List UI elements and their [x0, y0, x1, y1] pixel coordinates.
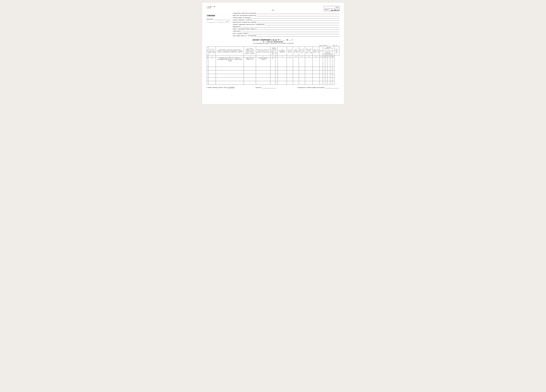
ministry-row: Министерство (ведомство)-заказчик	[233, 21, 339, 23]
nachalnik-line: Начальник	[207, 18, 230, 20]
th-ocid: Оцид- вное потреб- а.т.с. р.г. компл. ск…	[305, 47, 313, 56]
cn18: 18	[330, 56, 332, 57]
row-desc: Погружной насос Q=45 л/с; H=100 м с элек…	[216, 57, 244, 67]
spec-title-label: ЗАКАЗНАЯ СПЕЦИФИКАЦИЯ №	[252, 39, 272, 41]
zakazchik-item: Заказчик	[255, 87, 276, 88]
cn16: 16	[325, 56, 327, 57]
th-name: Наименование и техническая характеристик…	[216, 47, 244, 56]
approval-section: УТВЕРЖДАЮ Начальник « » 197 г.	[207, 15, 230, 24]
cn17: 17	[327, 56, 330, 57]
enterprise-row: Предприятие	[233, 26, 339, 27]
row-unit-name: шт.	[270, 57, 275, 67]
proj-org-label: Проектная организация-разработчик	[233, 15, 256, 16]
table-row-empty-5	[207, 81, 339, 84]
spec-num: НГ-СТ	[273, 39, 277, 41]
th-need2: Пот- реб- ность тыс. нос- ком- лекс.	[299, 47, 305, 56]
spec-section: ЗАКАЗНАЯ СПЕЦИФИКАЦИЯ № НГ-СТ от « 19 г.…	[207, 39, 339, 46]
footer-section: Главный инженер проекта Грис Д.В.Беляев …	[207, 87, 339, 88]
cn7: 7	[275, 56, 278, 57]
branch-label: Отрасль народного хозяйства	[233, 19, 252, 21]
th-units: Единица измерений	[270, 47, 278, 51]
spec-subtitle: за насосное оборудование	[207, 41, 339, 43]
table-row-empty-1	[207, 67, 339, 70]
part-label: Часть (раздел) проекта	[233, 33, 248, 34]
deadline-label: Срок ввода объекта в эксплуатацию	[233, 35, 256, 37]
main-table: № № поз. по тех. полог. схеме, место уст…	[207, 47, 339, 85]
row-cost	[332, 57, 334, 67]
cn4: 4	[244, 56, 256, 57]
cn3: 3	[216, 56, 244, 57]
row-vsego	[319, 57, 323, 67]
row-num: I	[207, 57, 208, 67]
zakazchik-label: Заказчик	[255, 87, 261, 88]
row-q1	[325, 57, 327, 67]
th-prinyata: Принятая потребность за 19 г.	[323, 47, 334, 51]
forma-label: Форма №	[325, 9, 329, 10]
th-q3: III	[327, 54, 330, 55]
table-row: I А-1 Погружной насос Q=45 л/с; H=100 м …	[207, 57, 339, 67]
list-label: Лист №	[333, 45, 337, 46]
gumts-label: ГУМТС(УМТС)	[233, 31, 241, 32]
date-line: « » 197 г.	[207, 21, 230, 23]
th-unit-name: наиме- нова- ние	[270, 51, 275, 56]
th-price: Цена единицы тыс. руб.	[293, 47, 299, 56]
page-header: - 6 - сф 394-17	[207, 9, 339, 11]
list-val: 1	[339, 45, 339, 46]
th-factory: Завод-изгото- витель (для им- портного о…	[256, 47, 270, 56]
th-type: Тип и марка оборудова- ния; № черте- жа …	[244, 47, 256, 56]
date-prefix: «	[207, 21, 208, 23]
table-row-empty-2	[207, 70, 339, 74]
rukovoditel-item: Руководитель комплектующей организации	[297, 87, 339, 88]
chief-engineer-label: Главный инженер проекта	[207, 87, 223, 88]
nachalnik-label: Начальник	[207, 19, 213, 20]
table-row-empty-4	[207, 77, 339, 81]
table-col-nums-row: 1 2 3 4 5 6 7 8 9 10 11 12 13 14 15 16 1…	[207, 56, 339, 57]
kompl-org-label: Комплектующая организация	[233, 17, 251, 19]
year: 197	[226, 21, 228, 23]
th-q2: II	[325, 54, 327, 55]
page-number: - 6 -	[251, 9, 295, 11]
row-price	[293, 57, 299, 67]
row-q3	[330, 57, 332, 67]
proj-org-row: Проектная организация-разработчик	[233, 15, 339, 16]
document-page: Т.п.901-1-30 А.ЛЛ/3 - 6 - сф 394-17 Копь…	[202, 2, 344, 104]
main-content: УТВЕРЖДАЮ Начальник « » 197 г. Генеральн…	[207, 12, 339, 37]
cn9: 9	[287, 56, 293, 57]
table-row-empty-3	[207, 74, 339, 77]
total-sheets: Всего листов 1 Лист № 1	[207, 45, 339, 46]
table-header-row-1: № № поз. по тех. полог. схеме, место уст…	[207, 47, 339, 51]
top-meta: Т.п.901-1-30 А.ЛЛ/3	[207, 6, 339, 9]
spec-from-prefix: от «	[278, 39, 281, 41]
year-suffix: г.	[229, 21, 230, 23]
corner-box: Копь Форма №	[324, 6, 339, 11]
branch-row: Отрасль народного хозяйства	[233, 19, 339, 21]
date-middle: »	[216, 21, 217, 23]
chief-engineer-item: Главный инженер проекта Грис Д.В.Беляев	[207, 87, 234, 88]
th-q1: I	[323, 54, 325, 55]
main-dept-label: Главное управление министерства (объедин…	[233, 24, 265, 25]
gumts-row: ГУМТС(УМТС)	[233, 30, 339, 32]
cn6: 6	[270, 56, 275, 57]
spec-year-prefix: 19	[286, 39, 288, 41]
ministry-label: Министерство (ведомство)-заказчик	[233, 22, 256, 23]
cn15: 15	[323, 56, 325, 57]
doc-code: Т.п.901-1-30	[207, 6, 339, 7]
forma-row: Форма №	[325, 8, 338, 11]
row-type: 2ЭЦП12-160-100 ПСДВ-65-270	[244, 57, 256, 67]
th-q4: IУ	[330, 54, 332, 55]
th-need: Пот- реб- ность по проекту	[287, 47, 293, 56]
th-cost: Стои- мость тыс. руб.	[334, 47, 339, 56]
za-prefix: за	[263, 41, 264, 43]
row-factory: "Молдавгидромаш" г.Кишинев.	[256, 57, 270, 67]
rukovoditel-label: Руководитель комплектующей организации	[297, 87, 324, 88]
row-need: 6	[287, 57, 293, 67]
row-pos: А-1	[208, 57, 216, 67]
deadline-row: Срок ввода объекта в эксплуатацию	[233, 35, 339, 37]
part-row: Часть (раздел) проекта	[233, 32, 339, 34]
cn14: 14	[319, 56, 323, 57]
row-unit-kod	[275, 57, 278, 67]
object-row: Объект (производственная мощность)	[233, 28, 339, 30]
th-pos: № поз. по тех. полог. схеме, место устан…	[208, 47, 216, 56]
th-quarters: в.т.ч, по кварталам	[323, 51, 332, 54]
cn10: 10	[293, 56, 299, 57]
